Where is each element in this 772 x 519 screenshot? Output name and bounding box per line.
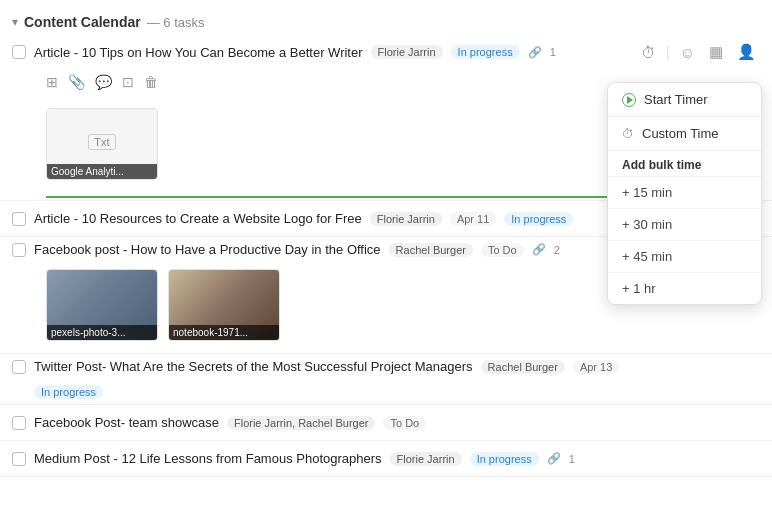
play-circle-icon [622,93,636,107]
task-row-top: Twitter Post- What Are the Secrets of th… [12,359,760,374]
date-tag: Apr 11 [450,212,496,226]
clip-count: 1 [550,46,556,58]
status-tag: To Do [383,416,426,430]
assignee-tag: Florie Jarrin, Rachel Burger [227,416,376,430]
grid-icon[interactable]: ⊞ [46,74,58,90]
custom-time-label: Custom Time [642,126,719,141]
status-tag: In progress [470,452,539,466]
sub-status-tag: In progress [34,385,103,399]
task-checkbox[interactable] [12,360,26,374]
bulk-time-30[interactable]: + 30 min [608,209,761,241]
play-icon [627,96,633,104]
task-checkbox[interactable] [12,45,26,59]
bulk-time-header: Add bulk time [608,151,761,177]
thumbnail-caption-1: pexels-photo-3... [47,325,157,340]
task-row: Facebook Post- team showcase Florie Jarr… [0,405,772,441]
main-content: ▾ Content Calendar — 6 tasks Article - 1… [0,0,772,485]
paperclip-icon[interactable]: 📎 [68,74,85,90]
task-name: Facebook post - How to Have a Productive… [34,242,381,257]
clock-icon[interactable]: ⏱ [637,42,660,63]
start-timer-label: Start Timer [644,92,708,107]
thumbnails-row: pexels-photo-3... notebook-1971... [12,265,292,349]
thumbnail-txt[interactable]: Txt Google Analyti... [46,108,158,180]
thumbnail-photo-1[interactable]: pexels-photo-3... [46,269,158,341]
person-icon[interactable]: 👤 [733,41,760,63]
task-row: Twitter Post- What Are the Secrets of th… [0,354,772,405]
task-checkbox[interactable] [12,243,26,257]
assignee-tag: Florie Jarrin [370,212,442,226]
collapse-icon[interactable]: ▾ [12,15,18,29]
trash-icon[interactable]: 🗑 [144,74,158,90]
clip-icon: 🔗 [532,243,546,256]
status-tag: To Do [481,243,524,257]
task-row-top: Article - 10 Tips on How You Can Become … [12,41,760,63]
bulk-time-15[interactable]: + 15 min [608,177,761,209]
clip-count: 2 [554,244,560,256]
start-timer-item[interactable]: Start Timer [608,83,761,117]
thumbnail-caption: Google Analyti... [47,164,157,179]
thumbnails-row: Txt Google Analyti... [12,104,170,188]
clip-icon: 🔗 [528,46,542,59]
task-name: Article - 10 Tips on How You Can Become … [34,45,363,60]
clip-icon: 🔗 [547,452,561,465]
header-count: — 6 tasks [147,15,205,30]
comment-icon[interactable]: 💬 [95,74,112,90]
custom-time-item[interactable]: ⏱ Custom Time [608,117,761,151]
emoji-icon[interactable]: ☺ [676,42,699,63]
thumbnail-photo-2[interactable]: notebook-1971... [168,269,280,341]
bulk-time-45[interactable]: + 45 min [608,241,761,273]
task-name: Medium Post - 12 Life Lessons from Famou… [34,451,382,466]
assignee-tag: Rachel Burger [389,243,473,257]
dropdown-panel: Start Timer ⏱ Custom Time Add bulk time … [607,82,762,305]
status-tag: In progress [451,45,520,59]
header-title: Content Calendar [24,14,141,30]
assignee-tag: Florie Jarrin [371,45,443,59]
task-name: Article - 10 Resources to Create a Websi… [34,211,362,226]
assignee-tag: Rachel Burger [481,360,565,374]
sub-status: In progress [12,382,103,399]
task-row: Medium Post - 12 Life Lessons from Famou… [0,441,772,477]
clip-count: 1 [569,453,575,465]
task-checkbox[interactable] [12,452,26,466]
task-checkbox[interactable] [12,416,26,430]
top-icons: ⏱ | ☺ ▦ 👤 [637,41,760,63]
task-name: Facebook Post- team showcase [34,415,219,430]
txt-label: Txt [88,134,115,150]
thumbnail-caption-2: notebook-1971... [169,325,279,340]
assignee-tag: Florie Jarrin [390,452,462,466]
status-tag: In progress [504,212,573,226]
bulk-time-1hr[interactable]: + 1 hr [608,273,761,304]
layout-icon[interactable]: ⊡ [122,74,134,90]
toolbar-row: ⊞ 📎 💬 ⊡ 🗑 [12,71,170,96]
clock-icon: ⏱ [622,127,634,141]
task-checkbox[interactable] [12,212,26,226]
header-row: ▾ Content Calendar — 6 tasks [0,8,772,36]
grid2-icon[interactable]: ▦ [705,41,727,63]
task-name: Twitter Post- What Are the Secrets of th… [34,359,473,374]
date-tag: Apr 13 [573,360,619,374]
